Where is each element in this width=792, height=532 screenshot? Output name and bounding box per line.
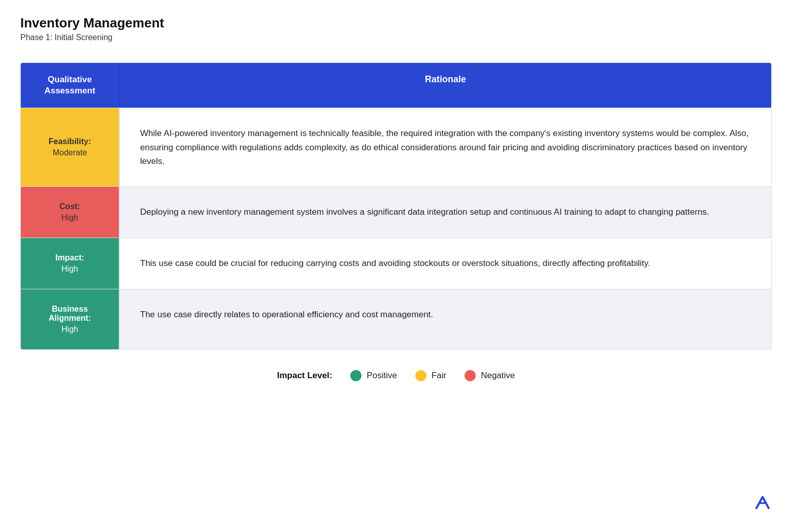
legend-item-negative: Negative	[465, 370, 515, 381]
label-name-feasibility: Feasibility:	[49, 137, 91, 146]
page-subtitle: Phase 1: Initial Screening	[20, 33, 772, 42]
row-content-impact: This use case could be crucial for reduc…	[120, 238, 771, 289]
row-content-business: The use case directly relates to operati…	[120, 289, 771, 349]
label-name-business: Business Alignment:	[49, 305, 91, 323]
legend-title: Impact Level:	[277, 371, 333, 381]
legend-item-positive: Positive	[350, 370, 397, 381]
legend-label-negative: Negative	[481, 371, 515, 381]
legend-item-fair: Fair	[415, 370, 446, 381]
label-value-feasibility: Moderate	[53, 148, 87, 157]
label-value-business: High	[61, 325, 78, 334]
label-value-impact: High	[61, 264, 78, 274]
label-name-cost: Cost:	[59, 202, 80, 211]
table-row: Business Alignment: High The use case di…	[21, 289, 771, 349]
table-row: Impact: High This use case could be cruc…	[21, 238, 771, 289]
header-rationale: Rationale	[120, 63, 771, 108]
row-label-impact: Impact: High	[21, 238, 120, 289]
legend-label-positive: Positive	[367, 371, 397, 381]
negative-dot-icon	[465, 370, 476, 381]
header-qualitative: Qualitative Assessment	[21, 63, 120, 108]
row-label-cost: Cost: High	[21, 187, 120, 238]
legend: Impact Level: Positive Fair Negative	[20, 370, 772, 381]
row-label-feasibility: Feasibility: Moderate	[21, 108, 120, 186]
table-row: Feasibility: Moderate While AI-powered i…	[21, 108, 771, 186]
assessment-table: Qualitative Assessment Rationale Feasibi…	[20, 62, 772, 350]
page-title: Inventory Management	[20, 15, 772, 31]
table-row: Cost: High Deploying a new inventory man…	[21, 186, 771, 238]
legend-label-fair: Fair	[432, 371, 446, 381]
row-content-feasibility: While AI-powered inventory management is…	[120, 108, 771, 186]
row-content-cost: Deploying a new inventory management sys…	[120, 187, 771, 238]
row-label-business: Business Alignment: High	[21, 289, 120, 349]
table-header: Qualitative Assessment Rationale	[21, 63, 771, 108]
label-value-cost: High	[61, 213, 78, 222]
label-name-impact: Impact:	[55, 253, 84, 262]
positive-dot-icon	[350, 370, 361, 381]
brand-logo-icon	[752, 493, 772, 517]
fair-dot-icon	[415, 370, 426, 381]
